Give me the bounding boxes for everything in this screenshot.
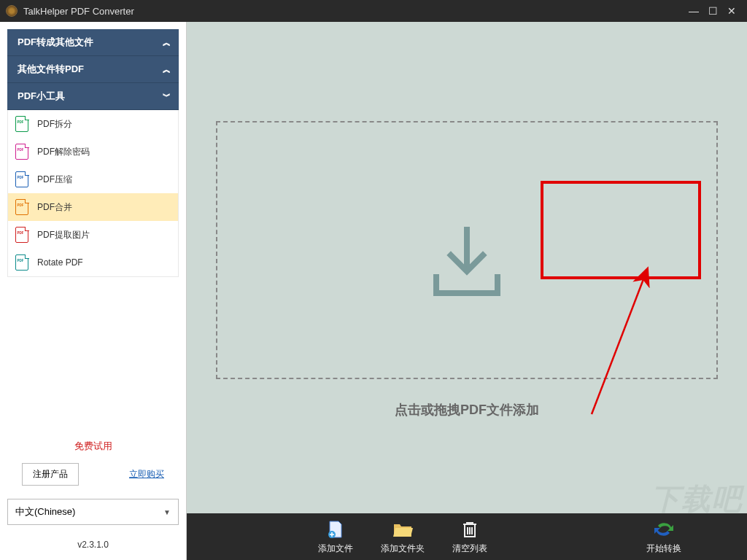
sidebar-category-other-to-pdf[interactable]: 其他文件转PDF ︽ (7, 56, 179, 83)
tool-label: PDF压缩 (37, 174, 72, 186)
convert-icon (654, 519, 674, 540)
pdf-file-icon (15, 227, 28, 243)
add-folder-button[interactable]: 添加文件夹 (381, 519, 425, 555)
titlebar: TalkHelper PDF Converter — ☐ ✕ (0, 0, 747, 22)
tool-label: PDF合并 (37, 201, 72, 214)
tool-pdf-merge[interactable]: PDF合并 (8, 193, 178, 221)
pdf-file-icon (15, 171, 28, 187)
drop-hint-text: 点击或拖拽PDF文件添加 (395, 401, 539, 419)
register-button[interactable]: 注册产品 (22, 463, 79, 486)
buy-now-link[interactable]: 立即购买 (129, 468, 164, 481)
button-label: 添加文件夹 (381, 542, 425, 555)
trial-text: 免费试用 (7, 440, 179, 453)
tool-list: PDF拆分 PDF解除密码 PDF压缩 PDF合并 PDF提取图片 Rotate… (7, 110, 179, 277)
button-label: 添加文件 (318, 542, 353, 555)
chevron-down-icon: ︾ (163, 91, 169, 102)
chevron-up-icon: ︽ (163, 37, 169, 48)
clear-list-button[interactable]: 清空列表 (452, 519, 487, 555)
annotation-highlight-box (541, 181, 701, 279)
app-title: TalkHelper PDF Converter (23, 6, 684, 17)
sidebar-category-label: PDF小工具 (18, 90, 163, 103)
add-file-button[interactable]: 添加文件 (318, 519, 353, 555)
language-select[interactable]: 中文(Chinese) ▼ (7, 499, 179, 525)
sidebar-category-label: PDF转成其他文件 (18, 36, 163, 49)
pdf-file-icon (15, 199, 28, 215)
button-label: 清空列表 (452, 542, 487, 555)
sidebar: PDF转成其他文件 ︽ 其他文件转PDF ︽ PDF小工具 ︾ PDF拆分 PD… (0, 22, 187, 560)
version-text: v2.3.1.0 (7, 540, 179, 550)
chevron-up-icon: ︽ (163, 64, 169, 75)
tool-pdf-split[interactable]: PDF拆分 (8, 110, 178, 138)
tool-pdf-compress[interactable]: PDF压缩 (8, 166, 178, 193)
language-value: 中文(Chinese) (15, 505, 163, 518)
app-logo-icon (6, 5, 18, 17)
drop-area[interactable]: 点击或拖拽PDF文件添加 下载吧 (187, 22, 747, 513)
watermark-text: 下载吧 (651, 479, 743, 519)
maximize-button[interactable]: ☐ (703, 5, 722, 17)
close-button[interactable]: ✕ (722, 5, 741, 17)
tool-pdf-unlock[interactable]: PDF解除密码 (8, 138, 178, 166)
main-area: 点击或拖拽PDF文件添加 下载吧 添加文件 (187, 22, 747, 560)
pdf-file-icon (15, 254, 28, 271)
add-file-icon (325, 519, 346, 540)
pdf-file-icon (15, 144, 28, 160)
button-label: 开始转换 (646, 542, 681, 555)
folder-icon (392, 519, 413, 540)
tool-label: Rotate PDF (37, 257, 83, 268)
sidebar-category-label: 其他文件转PDF (18, 63, 163, 76)
bottom-toolbar: 添加文件 添加文件夹 (187, 513, 747, 560)
tool-label: PDF拆分 (37, 118, 72, 131)
caret-down-icon: ▼ (163, 508, 171, 516)
download-icon (423, 226, 511, 299)
sidebar-category-pdf-to-other[interactable]: PDF转成其他文件 ︽ (7, 29, 179, 56)
tool-pdf-extract-images[interactable]: PDF提取图片 (8, 221, 178, 249)
tool-pdf-rotate[interactable]: Rotate PDF (8, 249, 178, 276)
pdf-file-icon (15, 116, 28, 132)
minimize-button[interactable]: — (684, 5, 703, 17)
tool-label: PDF解除密码 (37, 146, 90, 158)
sidebar-category-pdf-tools[interactable]: PDF小工具 ︾ (7, 83, 179, 110)
start-convert-button[interactable]: 开始转换 (646, 519, 681, 555)
trash-icon (460, 519, 480, 540)
tool-label: PDF提取图片 (37, 229, 90, 241)
